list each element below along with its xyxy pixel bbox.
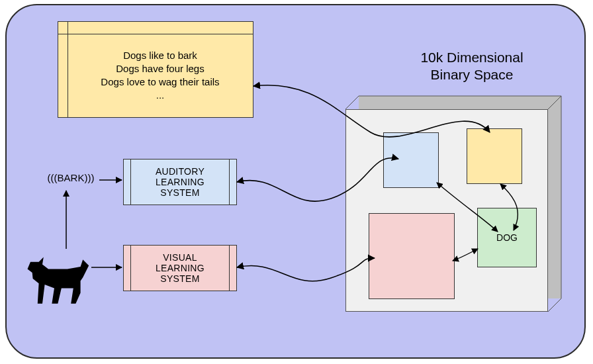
text-corpus-box: Dogs like to bark Dogs have four legs Do… [58, 21, 253, 118]
vector-region-red [369, 213, 455, 299]
doc-body: Dogs like to bark Dogs have four legs Do… [68, 34, 253, 117]
dog-vector-label: DOG [496, 232, 518, 243]
box-stripe [229, 246, 230, 291]
space-title: 10k Dimensional Binary Space [376, 49, 568, 84]
doc-line-4: ... [156, 89, 165, 102]
doc-line-1: Dogs like to bark [123, 49, 197, 62]
dog-icon [24, 249, 97, 308]
vector-region-yellow [467, 128, 522, 184]
vector-region-dog: DOG [477, 208, 537, 267]
space-title-line-1: 10k Dimensional [376, 49, 568, 66]
auditory-system-label: AUDITORY LEARNING SYSTEM [156, 166, 205, 198]
auditory-system-box: AUDITORY LEARNING SYSTEM [123, 159, 237, 205]
box-stripe [130, 246, 131, 291]
doc-line-3: Dogs love to wag their tails [101, 75, 219, 89]
vector-region-blue [383, 132, 439, 188]
box-stripe [229, 159, 230, 205]
diagram-canvas: Dogs like to bark Dogs have four legs Do… [0, 0, 593, 364]
space-title-line-2: Binary Space [376, 66, 568, 83]
box-stripe [130, 159, 131, 205]
bark-label: (((BARK))) [28, 172, 114, 183]
cube-front-face: DOG [345, 109, 548, 312]
visual-system-label: VISUAL LEARNING SYSTEM [156, 252, 205, 284]
visual-system-box: VISUAL LEARNING SYSTEM [123, 245, 237, 291]
doc-line-2: Dogs have four legs [116, 62, 204, 75]
